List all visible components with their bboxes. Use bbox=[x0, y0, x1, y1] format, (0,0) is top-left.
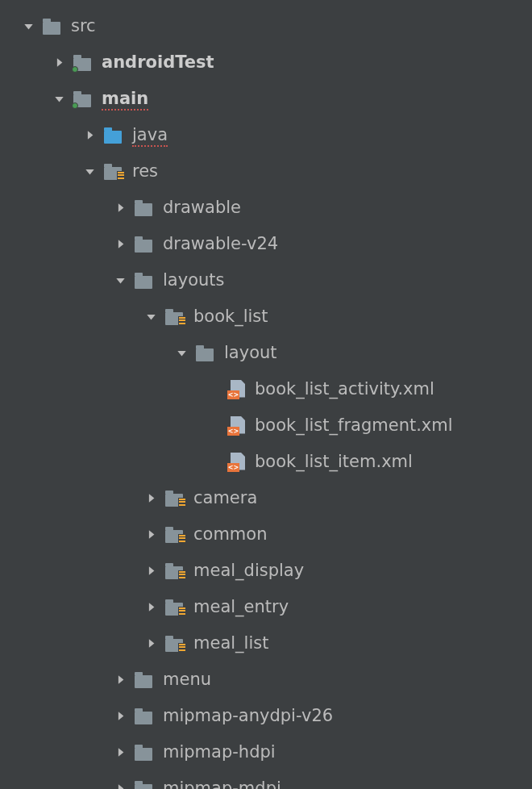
folder-icon bbox=[134, 198, 155, 219]
tree-item-label: common bbox=[193, 526, 267, 543]
tree-item[interactable]: <>book_list_activity.xml bbox=[0, 371, 532, 407]
source-folder-icon bbox=[73, 89, 94, 110]
expand-arrow-right-icon[interactable] bbox=[111, 744, 129, 762]
arrow-placeholder bbox=[203, 381, 221, 399]
resource-folder-icon bbox=[103, 161, 124, 182]
tree-item-label: res bbox=[132, 163, 158, 180]
expand-arrow-right-icon[interactable] bbox=[142, 526, 160, 544]
tree-item-label: src bbox=[71, 18, 96, 35]
tree-item[interactable]: camera bbox=[0, 480, 532, 516]
tree-item[interactable]: java bbox=[0, 117, 532, 153]
tree-item-label: main bbox=[102, 90, 148, 107]
tree-item-label: menu bbox=[163, 671, 211, 688]
tree-item-label: drawable-v24 bbox=[163, 236, 278, 253]
tree-item-label: meal_display bbox=[193, 562, 304, 579]
tree-item-label: meal_entry bbox=[193, 599, 289, 616]
expand-arrow-right-icon[interactable] bbox=[81, 127, 98, 144]
tree-item-label: androidTest bbox=[102, 54, 214, 71]
folder-icon bbox=[195, 343, 216, 364]
tree-item-label: book_list bbox=[193, 308, 268, 325]
expand-arrow-down-icon[interactable] bbox=[50, 90, 68, 108]
resource-folder-icon bbox=[164, 597, 185, 618]
tree-item[interactable]: meal_display bbox=[0, 553, 532, 589]
folder-icon bbox=[134, 670, 155, 691]
expand-arrow-right-icon[interactable] bbox=[142, 490, 160, 507]
tree-item-label: meal_list bbox=[193, 635, 268, 652]
expand-arrow-down-icon[interactable] bbox=[142, 308, 160, 326]
resource-folder-icon bbox=[164, 488, 185, 509]
tree-item[interactable]: <>book_list_item.xml bbox=[0, 444, 532, 480]
tree-item[interactable]: layouts bbox=[0, 262, 532, 298]
folder-icon bbox=[134, 779, 155, 790]
arrow-placeholder bbox=[203, 417, 221, 435]
project-tree: srcandroidTestmainjavaresdrawabledrawabl… bbox=[0, 8, 532, 789]
tree-item[interactable]: mipmap-mdpi bbox=[0, 770, 532, 789]
expand-arrow-down-icon[interactable] bbox=[19, 18, 37, 35]
tree-item-label: mipmap-mdpi bbox=[163, 780, 281, 789]
tree-item[interactable]: androidTest bbox=[0, 44, 532, 81]
tree-item[interactable]: common bbox=[0, 516, 532, 553]
tree-item[interactable]: main bbox=[0, 81, 532, 117]
tree-item-label: drawable bbox=[163, 199, 241, 216]
tree-item[interactable]: src bbox=[0, 8, 532, 44]
resource-folder-icon bbox=[164, 307, 185, 328]
resource-folder-icon bbox=[164, 633, 185, 654]
xml-file-icon: <> bbox=[226, 379, 247, 400]
tree-item-label: mipmap-hdpi bbox=[163, 744, 276, 761]
tree-item-label: book_list_fragment.xml bbox=[255, 417, 453, 434]
tree-item[interactable]: drawable bbox=[0, 190, 532, 226]
tree-item-label: layout bbox=[224, 344, 277, 361]
expand-arrow-down-icon[interactable] bbox=[172, 344, 190, 362]
xml-file-icon: <> bbox=[226, 452, 247, 473]
tree-item[interactable]: meal_list bbox=[0, 625, 532, 662]
expand-arrow-right-icon[interactable] bbox=[111, 780, 129, 790]
expand-arrow-right-icon[interactable] bbox=[111, 199, 129, 217]
tree-item-label: camera bbox=[193, 490, 257, 507]
arrow-placeholder bbox=[203, 453, 221, 471]
expand-arrow-right-icon[interactable] bbox=[111, 708, 129, 725]
expand-arrow-right-icon[interactable] bbox=[142, 635, 160, 653]
folder-icon bbox=[134, 234, 155, 255]
tree-item[interactable]: meal_entry bbox=[0, 589, 532, 625]
resource-folder-icon bbox=[164, 524, 185, 545]
folder-icon bbox=[134, 706, 155, 727]
tree-item[interactable]: mipmap-anydpi-v26 bbox=[0, 698, 532, 734]
tree-item[interactable]: mipmap-hdpi bbox=[0, 734, 532, 770]
tree-item[interactable]: layout bbox=[0, 335, 532, 371]
package-folder-icon bbox=[103, 125, 124, 146]
tree-item-label: book_list_activity.xml bbox=[255, 381, 434, 398]
tree-item-label: layouts bbox=[163, 272, 224, 289]
expand-arrow-right-icon[interactable] bbox=[111, 236, 129, 253]
tree-item[interactable]: book_list bbox=[0, 298, 532, 335]
xml-file-icon: <> bbox=[226, 415, 247, 436]
expand-arrow-right-icon[interactable] bbox=[50, 54, 68, 72]
folder-icon bbox=[134, 270, 155, 291]
expand-arrow-right-icon[interactable] bbox=[142, 599, 160, 616]
folder-icon bbox=[134, 742, 155, 763]
tree-item-label: mipmap-anydpi-v26 bbox=[163, 708, 333, 724]
tree-item-label: java bbox=[132, 127, 168, 144]
source-folder-icon bbox=[73, 52, 94, 73]
tree-item-label: book_list_item.xml bbox=[255, 453, 413, 470]
tree-item[interactable]: menu bbox=[0, 662, 532, 698]
expand-arrow-right-icon[interactable] bbox=[111, 671, 129, 689]
expand-arrow-right-icon[interactable] bbox=[142, 562, 160, 580]
folder-icon bbox=[42, 16, 63, 37]
tree-item[interactable]: res bbox=[0, 153, 532, 190]
expand-arrow-down-icon[interactable] bbox=[81, 163, 98, 181]
expand-arrow-down-icon[interactable] bbox=[111, 272, 129, 290]
resource-folder-icon bbox=[164, 561, 185, 582]
tree-item[interactable]: <>book_list_fragment.xml bbox=[0, 407, 532, 444]
tree-item[interactable]: drawable-v24 bbox=[0, 226, 532, 262]
